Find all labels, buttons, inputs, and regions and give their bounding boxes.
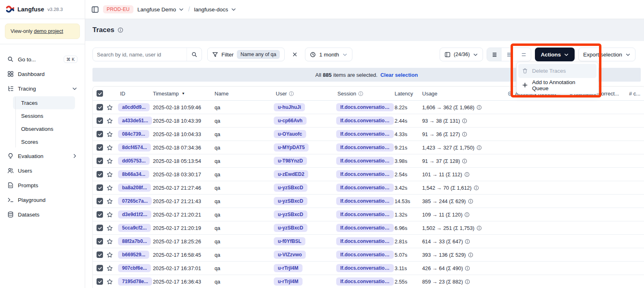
- user-badge[interactable]: u-rTrjI4M: [274, 277, 303, 286]
- sidebar-item-playground[interactable]: Playground: [4, 193, 81, 207]
- trace-id-badge[interactable]: dd05753...: [118, 157, 150, 165]
- trace-id-badge[interactable]: 7195d78e...: [118, 277, 152, 286]
- session-badge[interactable]: lf.docs.conversation...: [336, 197, 394, 205]
- user-badge[interactable]: u-yzSBxcD: [274, 197, 307, 205]
- star-icon[interactable]: [107, 212, 113, 218]
- table-row[interactable]: d3e9d1f2... 2025-02-17 21:20:21 qa u-yzS…: [93, 208, 644, 221]
- table-row[interactable]: a0cd0d9... 2025-02-18 10:59:46 qa u-huJh…: [93, 101, 644, 114]
- user-badge[interactable]: u-yzSBxcD: [274, 210, 307, 219]
- column-visibility-button[interactable]: (24/36): [440, 48, 483, 61]
- star-icon[interactable]: [107, 118, 113, 124]
- star-icon[interactable]: [107, 185, 113, 191]
- trace-id-badge[interactable]: 084c739...: [118, 130, 149, 138]
- search-input[interactable]: [93, 52, 187, 58]
- table-row[interactable]: 88f2a7b0... 2025-02-17 18:25:26 qa u-f0Y…: [93, 235, 644, 248]
- session-badge[interactable]: lf.docs.conversation...: [336, 103, 394, 111]
- row-checkbox[interactable]: [97, 225, 103, 231]
- menu-item-add-to-annotation-queue[interactable]: Add to Annotation Queue: [518, 78, 597, 92]
- sidebar-item-observations[interactable]: Observations: [13, 122, 75, 135]
- table-row[interactable]: 5cca9cf2... 2025-02-17 21:20:19 qa u-yzS…: [93, 221, 644, 235]
- table-row[interactable]: b669529... 2025-02-17 16:58:45 qa u-VIZz…: [93, 248, 644, 262]
- star-icon[interactable]: [107, 145, 113, 151]
- sidebar-item-datasets[interactable]: Datasets: [4, 208, 81, 221]
- row-checkbox[interactable]: [97, 117, 103, 124]
- export-selection-button[interactable]: Export selection: [578, 48, 635, 61]
- sidebar-toggle-icon[interactable]: [91, 6, 99, 13]
- actions-button[interactable]: Actions: [535, 48, 575, 61]
- row-checkbox[interactable]: [97, 265, 103, 271]
- row-height-medium-button[interactable]: [502, 48, 516, 61]
- sidebar-item-evaluation[interactable]: Evaluation: [4, 149, 81, 163]
- sidebar-item-sessions[interactable]: Sessions: [13, 109, 75, 122]
- session-badge[interactable]: lf.docs.conversation...: [336, 157, 394, 165]
- trace-id-badge[interactable]: a433de51...: [118, 117, 152, 125]
- user-badge[interactable]: u-yzSBxcD: [274, 224, 307, 232]
- star-icon[interactable]: [107, 104, 113, 110]
- trace-id-badge[interactable]: 8b66a34...: [118, 170, 149, 178]
- column-header-session[interactable]: Session: [336, 91, 394, 97]
- sidebar-item-users[interactable]: Users: [4, 164, 81, 178]
- filter-button[interactable]: Filter Name any of qa: [207, 48, 285, 61]
- column-header-name[interactable]: Name: [214, 91, 274, 97]
- row-checkbox[interactable]: [97, 158, 103, 164]
- table-row[interactable]: 8b66a34... 2025-02-18 03:30:17 qa u-zEwd…: [93, 168, 644, 181]
- user-badge[interactable]: u-T98YnzD: [274, 157, 307, 165]
- star-icon[interactable]: [107, 252, 113, 258]
- session-badge[interactable]: lf.docs.conversation...: [336, 237, 394, 245]
- user-badge[interactable]: u-cp66Avh: [274, 117, 307, 125]
- goto-command-item[interactable]: Go to... ⌘ K: [4, 52, 81, 66]
- row-checkbox[interactable]: [97, 238, 103, 245]
- trace-id-badge[interactable]: b669529...: [118, 251, 149, 259]
- sidebar-item-prompts[interactable]: Prompts: [4, 178, 81, 192]
- user-badge[interactable]: u-rTrjI4M: [274, 264, 303, 272]
- star-icon[interactable]: [107, 265, 113, 271]
- session-badge[interactable]: lf.docs.conversation...: [336, 143, 394, 152]
- row-checkbox[interactable]: [97, 198, 103, 204]
- table-row[interactable]: ba8a208f... 2025-02-17 21:27:46 qa u-yzS…: [93, 181, 644, 195]
- table-row[interactable]: dd05753... 2025-02-18 05:13:54 qa u-T98Y…: [93, 154, 644, 168]
- trace-id-badge[interactable]: 5cca9cf2...: [118, 224, 151, 232]
- column-header-timestamp[interactable]: Timestamp▼: [153, 91, 214, 97]
- session-badge[interactable]: lf.docs.conversation...: [336, 130, 394, 138]
- session-badge[interactable]: lf.docs.conversation...: [336, 210, 394, 219]
- session-badge[interactable]: lf.docs.conversation...: [336, 264, 394, 272]
- column-header-latency[interactable]: Latency: [394, 91, 421, 97]
- user-badge[interactable]: u-MYpDAT5: [274, 143, 309, 152]
- trace-id-badge[interactable]: d3e9d1f2...: [118, 210, 151, 219]
- trace-id-badge[interactable]: ba8a208f...: [118, 184, 151, 192]
- row-height-large-button[interactable]: [516, 48, 531, 61]
- star-icon[interactable]: [107, 238, 113, 245]
- menu-item-delete-traces[interactable]: Delete Traces: [518, 64, 597, 78]
- search-submit-button[interactable]: [187, 48, 202, 61]
- column-header-usage[interactable]: Usage: [421, 91, 508, 97]
- row-checkbox[interactable]: [97, 131, 103, 137]
- column-header-id[interactable]: ID: [118, 91, 153, 97]
- session-badge[interactable]: lf.docs.conversation...: [336, 117, 394, 125]
- star-icon[interactable]: [107, 198, 113, 204]
- clear-selection-link[interactable]: Clear selection: [380, 72, 418, 78]
- table-row[interactable]: 7195d78e... 2025-02-17 16:36:43 qa u-rTr…: [93, 275, 644, 288]
- time-range-button[interactable]: 1 month: [305, 48, 352, 61]
- row-checkbox[interactable]: [97, 278, 103, 285]
- row-checkbox[interactable]: [97, 211, 103, 218]
- session-badge[interactable]: lf.docs.conversation...: [336, 251, 394, 259]
- column-header-truncated[interactable]: # c...: [629, 91, 644, 97]
- session-badge[interactable]: lf.docs.conversation...: [336, 184, 394, 192]
- table-row[interactable]: 07265c7a... 2025-02-17 21:21:43 qa u-yzS…: [93, 195, 644, 208]
- user-badge[interactable]: u-yzSBxcD: [274, 184, 307, 192]
- trace-id-badge[interactable]: 8dcf4574...: [118, 143, 151, 152]
- user-badge[interactable]: u-huJhuJi: [274, 103, 305, 111]
- demo-project-link[interactable]: demo project: [34, 28, 63, 34]
- user-badge[interactable]: u-OYauofc: [274, 130, 306, 138]
- star-icon[interactable]: [107, 279, 113, 285]
- table-row[interactable]: a433de51... 2025-02-18 10:43:39 qa u-cp6…: [93, 114, 644, 128]
- star-icon[interactable]: [107, 225, 113, 231]
- sidebar-item-tracing[interactable]: Tracing: [4, 82, 81, 95]
- table-row[interactable]: 084c739... 2025-02-18 10:04:33 qa u-OYau…: [93, 128, 644, 141]
- session-badge[interactable]: lf.docs.conversation...: [336, 170, 394, 178]
- trace-id-badge[interactable]: 88f2a7b0...: [118, 237, 151, 245]
- row-checkbox[interactable]: [97, 251, 103, 258]
- sidebar-item-traces[interactable]: Traces: [13, 96, 75, 109]
- user-badge[interactable]: u-zEwdED2: [274, 170, 308, 178]
- org-switcher[interactable]: Langfuse Demo: [137, 6, 184, 13]
